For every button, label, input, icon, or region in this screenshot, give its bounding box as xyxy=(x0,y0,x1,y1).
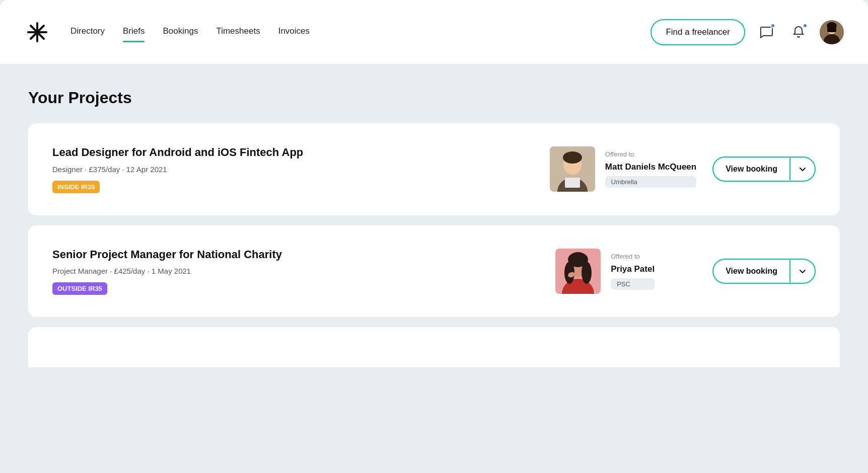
project-info: Senior Project Manager for National Char… xyxy=(52,248,539,295)
logo[interactable] xyxy=(24,19,50,45)
project-card: Lead Designer for Android and iOS Fintec… xyxy=(28,123,840,215)
nav-links: Directory Briefs Bookings Timesheets Inv… xyxy=(70,26,630,38)
nav-right: Find a freelancer xyxy=(650,19,844,45)
freelancer-tag: PSC xyxy=(611,278,655,290)
svg-rect-15 xyxy=(565,178,580,188)
project-card: Senior Project Manager for National Char… xyxy=(28,225,840,318)
find-freelancer-button[interactable]: Find a freelancer xyxy=(650,19,745,45)
freelancer-name: Matt Daniels McQueen xyxy=(605,162,696,172)
notifications-badge xyxy=(803,23,808,28)
chat-button[interactable] xyxy=(755,21,777,43)
offered-section: Offered to Priya Patel PSC xyxy=(555,249,696,294)
project-meta: Designer · £375/day · 12 Apr 2021 xyxy=(52,165,534,174)
offered-to-label: Offered to xyxy=(605,150,696,158)
user-avatar[interactable] xyxy=(820,20,844,44)
main-content: Your Projects Lead Designer for Android … xyxy=(0,64,868,473)
nav-link-directory[interactable]: Directory xyxy=(70,26,105,38)
freelancer-details: Offered to Matt Daniels McQueen Umbrella xyxy=(605,150,696,188)
offered-to-label: Offered to xyxy=(611,253,655,260)
ir35-badge: OUTSIDE IR35 xyxy=(52,282,107,295)
nav-link-timesheets[interactable]: Timesheets xyxy=(216,26,260,38)
view-booking-button[interactable]: View booking xyxy=(712,156,816,182)
view-booking-label[interactable]: View booking xyxy=(713,260,789,283)
project-title: Senior Project Manager for National Char… xyxy=(52,248,539,262)
svg-point-10 xyxy=(827,22,837,29)
nav-link-briefs[interactable]: Briefs xyxy=(123,26,144,38)
page-title: Your Projects xyxy=(28,89,840,107)
view-booking-button[interactable]: View booking xyxy=(712,259,816,284)
chevron-down-icon[interactable] xyxy=(789,260,815,282)
freelancer-details: Offered to Priya Patel PSC xyxy=(611,253,655,290)
svg-point-21 xyxy=(582,262,592,284)
partial-card xyxy=(28,327,840,367)
nav-link-bookings[interactable]: Bookings xyxy=(163,26,198,38)
freelancer-photo xyxy=(550,146,595,192)
navbar: Directory Briefs Bookings Timesheets Inv… xyxy=(0,0,868,64)
project-info: Lead Designer for Android and iOS Fintec… xyxy=(52,145,534,193)
notifications-button[interactable] xyxy=(787,21,810,43)
offered-section: Offered to Matt Daniels McQueen Umbrella xyxy=(550,146,696,192)
ir35-badge: INSIDE IR35 xyxy=(52,181,100,193)
freelancer-tag: Umbrella xyxy=(605,176,696,188)
project-title: Lead Designer for Android and iOS Fintec… xyxy=(52,145,534,160)
project-meta: Project Manager · £425/day · 1 May 2021 xyxy=(52,267,539,275)
svg-point-14 xyxy=(563,151,582,164)
freelancer-photo xyxy=(555,249,601,294)
freelancer-name: Priya Patel xyxy=(611,264,655,274)
svg-point-5 xyxy=(35,30,39,34)
view-booking-label[interactable]: View booking xyxy=(713,157,789,181)
chevron-down-icon[interactable] xyxy=(789,158,815,180)
nav-link-invoices[interactable]: Invoices xyxy=(278,26,310,38)
chat-badge xyxy=(770,23,775,28)
